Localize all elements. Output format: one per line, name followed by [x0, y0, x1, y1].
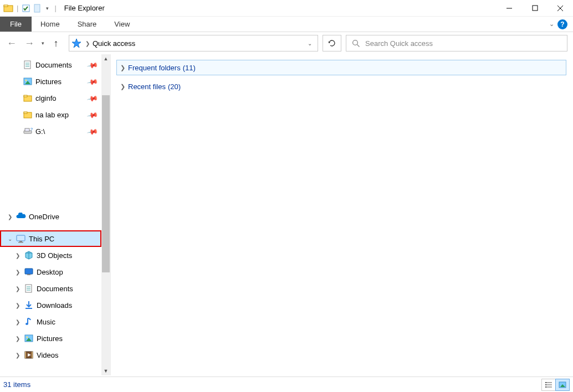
qat-dropdown-icon[interactable]: ▾ — [44, 6, 51, 11]
svg-marker-8 — [72, 39, 81, 48]
maximize-button[interactable] — [522, 0, 548, 17]
group-chevron-icon[interactable]: ❯ — [117, 64, 128, 71]
tab-share[interactable]: Share — [69, 17, 106, 32]
ribbon-tabs: File Home Share View ⌄ ? — [0, 17, 573, 32]
svg-rect-5 — [533, 6, 538, 11]
svg-point-10 — [352, 40, 357, 45]
close-button[interactable] — [548, 0, 573, 17]
tree-label: Pictures — [35, 78, 62, 86]
tree-item-clginfo[interactable]: clginfo 📌 — [0, 90, 101, 106]
svg-point-39 — [25, 323, 28, 325]
tree-item-gdrive[interactable]: ? G:\ 📌 — [0, 123, 101, 140]
navigation-pane: Documents 📌 Pictures 📌 clginfo 📌 na lab … — [0, 54, 111, 375]
help-icon[interactable]: ? — [557, 19, 567, 29]
svg-rect-1 — [4, 5, 8, 7]
pin-icon: 📌 — [86, 92, 99, 104]
breadcrumb-chevron-icon[interactable]: ❯ — [84, 40, 91, 47]
group-count: (20) — [168, 82, 181, 91]
forward-button[interactable]: → — [21, 35, 38, 51]
tree-label: Documents — [35, 61, 72, 69]
ribbon-collapse-icon[interactable]: ⌄ — [549, 20, 554, 28]
expand-chevron-icon[interactable]: ❯ — [13, 336, 22, 342]
scroll-thumb[interactable] — [102, 95, 110, 272]
expand-chevron-icon[interactable]: ❯ — [13, 252, 22, 259]
tab-file[interactable]: File — [0, 17, 32, 32]
collapse-chevron-icon[interactable]: ⌄ — [6, 236, 14, 242]
pin-icon: 📌 — [86, 59, 99, 70]
expand-chevron-icon[interactable]: ❯ — [13, 319, 22, 325]
address-bar[interactable]: ❯ Quick access ⌄ — [69, 35, 318, 51]
tree-item-downloads[interactable]: ❯ Downloads — [0, 297, 101, 313]
group-recent-files[interactable]: ❯ Recent files (20) — [116, 79, 566, 94]
svg-rect-26 — [17, 235, 25, 241]
address-location[interactable]: Quick access — [91, 39, 301, 48]
group-chevron-icon[interactable]: ❯ — [117, 83, 128, 90]
svg-rect-44 — [25, 352, 26, 358]
up-button[interactable]: ↑ — [48, 35, 64, 51]
back-button[interactable]: ← — [3, 35, 20, 51]
tree-item-desktop[interactable]: ❯ Desktop — [0, 264, 101, 280]
window-controls — [497, 0, 573, 17]
scroll-up-icon[interactable]: ▲ — [101, 54, 110, 63]
svg-rect-32 — [25, 269, 33, 274]
tree-scrollbar[interactable]: ▲ ▼ — [101, 54, 110, 375]
tree-label: 3D Objects — [37, 251, 72, 260]
quick-access-star-icon — [69, 38, 84, 48]
expand-chevron-icon[interactable]: ❯ — [13, 269, 22, 275]
status-item-count: 31 items — [3, 380, 30, 389]
search-icon — [346, 39, 365, 48]
pin-icon: 📌 — [86, 109, 99, 120]
svg-rect-51 — [545, 384, 546, 385]
history-dropdown-icon[interactable]: ▾ — [39, 40, 47, 46]
svg-line-11 — [357, 44, 359, 47]
tree-item-documents-pc[interactable]: ❯ Documents — [0, 280, 101, 297]
documents-icon — [23, 283, 34, 293]
pin-icon: 📌 — [86, 125, 99, 137]
group-name: Frequent folders — [128, 64, 181, 72]
expand-chevron-icon[interactable]: ❯ — [6, 214, 14, 220]
svg-rect-3 — [34, 4, 40, 12]
svg-rect-20 — [24, 95, 27, 97]
address-dropdown-icon[interactable]: ⌄ — [301, 40, 318, 47]
tree-label: Desktop — [37, 268, 63, 276]
tree-item-documents[interactable]: Documents 📌 — [0, 56, 101, 73]
expand-chevron-icon[interactable]: ❯ — [13, 352, 22, 358]
tree-item-music[interactable]: ❯ Music — [0, 313, 101, 330]
tree-item-pictures-pc[interactable]: ❯ Pictures — [0, 330, 101, 347]
svg-rect-33 — [27, 274, 30, 275]
svg-rect-50 — [545, 382, 546, 383]
tree-item-3d-objects[interactable]: ❯ 3D Objects — [0, 247, 101, 264]
tree-label: Pictures — [37, 334, 63, 343]
tree-label: Downloads — [37, 301, 72, 310]
group-frequent-folders[interactable]: ❯ Frequent folders (11) — [116, 60, 566, 75]
qat-properties-icon[interactable] — [22, 4, 30, 13]
qat-newfolder-icon[interactable] — [33, 4, 42, 13]
tree-item-onedrive[interactable]: ❯ OneDrive — [0, 208, 101, 225]
navigation-bar: ← → ▾ ↑ ❯ Quick access ⌄ — [0, 32, 573, 54]
tree-item-this-pc[interactable]: ⌄ This PC — [0, 230, 101, 247]
expand-chevron-icon[interactable]: ❯ — [13, 286, 22, 292]
3d-objects-icon — [23, 250, 34, 260]
tab-home[interactable]: Home — [32, 17, 69, 32]
svg-rect-52 — [545, 386, 546, 388]
search-box[interactable] — [346, 35, 567, 51]
tree-label: clginfo — [35, 94, 57, 102]
tree-item-videos[interactable]: ❯ Videos — [0, 347, 101, 363]
view-large-icons-button[interactable] — [555, 379, 570, 391]
minimize-button[interactable] — [497, 0, 522, 17]
svg-rect-45 — [32, 352, 33, 358]
body: Documents 📌 Pictures 📌 clginfo 📌 na lab … — [0, 54, 573, 375]
tab-view[interactable]: View — [105, 17, 139, 32]
scroll-down-icon[interactable]: ▼ — [101, 367, 110, 375]
tree-item-pictures[interactable]: Pictures 📌 — [0, 73, 101, 90]
folder-icon — [22, 110, 33, 120]
refresh-button[interactable] — [323, 35, 341, 51]
search-input[interactable] — [365, 39, 567, 48]
tree-item-nalabexp[interactable]: na lab exp 📌 — [0, 106, 101, 123]
expand-chevron-icon[interactable]: ❯ — [13, 302, 22, 308]
pictures-icon — [22, 76, 33, 86]
status-bar: 31 items — [0, 376, 573, 392]
svg-rect-22 — [24, 112, 27, 114]
view-details-button[interactable] — [541, 379, 556, 391]
videos-icon — [23, 350, 34, 360]
